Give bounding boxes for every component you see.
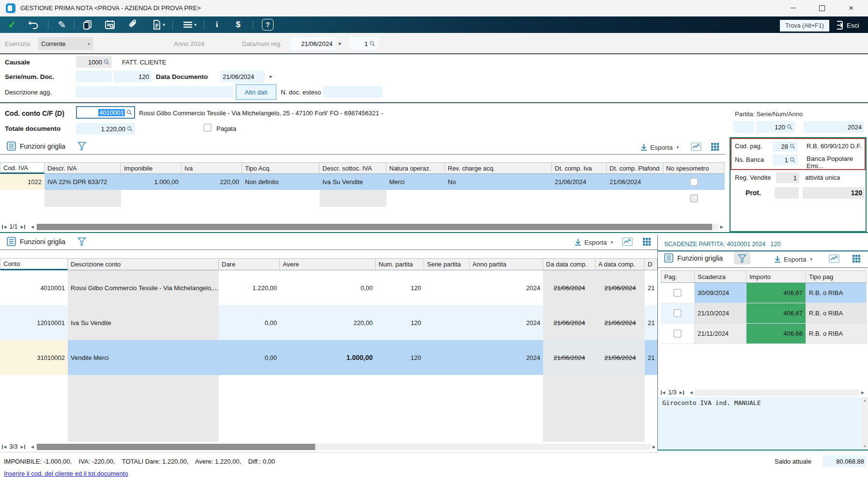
tipo-pag-cell[interactable]: R.B. o RIBA: [806, 303, 867, 324]
scadenza-cell[interactable]: 21/10/2024: [695, 303, 746, 324]
iva-descr-sottoc-cell[interactable]: Iva Su Vendite: [320, 174, 386, 190]
num-partita-cell[interactable]: 120: [376, 340, 424, 375]
conti-hscrollbar[interactable]: [36, 444, 651, 450]
magnifier-icon[interactable]: [126, 109, 132, 115]
scadenze-chart-button[interactable]: [829, 254, 839, 263]
descrizione-conto-cell[interactable]: Iva Su Vendite: [68, 305, 219, 340]
num-reg-input[interactable]: 1: [350, 37, 378, 50]
no-spesometro-checkbox[interactable]: [690, 178, 698, 186]
magnifier-icon[interactable]: [790, 157, 795, 163]
conti-col-header[interactable]: Anno partita: [470, 258, 543, 270]
serie-doc-input[interactable]: [76, 71, 112, 82]
conti-col-header[interactable]: Dare: [219, 258, 280, 270]
iva-col-header[interactable]: Descr. IVA: [45, 162, 121, 174]
da-data-comp-cell[interactable]: 21/06/2024: [543, 305, 595, 340]
pager-last-button[interactable]: ▶: [680, 390, 684, 395]
note-vscrollbar[interactable]: ▲ ▼: [862, 397, 868, 450]
iva-esporta-button[interactable]: Esporta ▾: [640, 143, 679, 151]
scadenze-hscrollbar[interactable]: [695, 390, 859, 396]
scroll-left-button[interactable]: ◀: [690, 390, 693, 395]
descrizione-conto-cell[interactable]: Rossi Gilbo Commercio Tessile - Via Mich…: [68, 270, 219, 305]
conti-col-header[interactable]: Descrizione conto: [68, 258, 219, 270]
pag-checkbox[interactable]: [673, 329, 682, 338]
magnifier-icon[interactable]: [787, 124, 792, 130]
magnifier-icon[interactable]: [790, 143, 795, 149]
iva-imponibile-cell[interactable]: 1.000,00: [121, 174, 182, 190]
iva-iva-cell[interactable]: 220,00: [182, 174, 242, 190]
scadenze-note-area[interactable]: Giroconto IVA ind. MANUALE: [658, 397, 862, 450]
data-reg-input[interactable]: 21/06/2024: [290, 37, 335, 50]
anno-partita-cell[interactable]: 2024: [470, 340, 543, 375]
data-documento-input[interactable]: 21/06/2024: [220, 71, 265, 82]
iva-col-header[interactable]: No spesometro: [663, 162, 725, 174]
scadenze-row-selected[interactable]: 30/09/2024 406,67 R.B. o RIBA: [661, 283, 867, 303]
pager-first-button[interactable]: ◀: [2, 225, 6, 229]
scroll-right-button[interactable]: ▶: [720, 225, 723, 229]
triangle-down-icon[interactable]: ▼: [863, 444, 867, 449]
iva-dt-comp-plafond-cell[interactable]: 21/06/2024: [607, 174, 663, 190]
avere-cell[interactable]: 220,00: [280, 305, 376, 340]
descrizione-agg-input[interactable]: [76, 86, 233, 98]
pag-checkbox[interactable]: [673, 289, 682, 297]
minimize-button[interactable]: [782, 0, 804, 16]
importo-cell[interactable]: 406,66: [746, 324, 806, 344]
iva-table-row[interactable]: 1022 IVA 22% DPR 633/72 1.000,00 220,00 …: [0, 174, 725, 190]
conti-grid-view-button[interactable]: [642, 237, 651, 246]
num-partita-cell[interactable]: 120: [376, 305, 424, 340]
iva-col-header[interactable]: Dt. comp. Plafond: [607, 162, 663, 174]
serie-partita-cell[interactable]: [424, 305, 470, 340]
dare-cell[interactable]: 0,00: [219, 340, 280, 375]
scadenze-filter-button[interactable]: [734, 252, 750, 265]
iva-descr-cell[interactable]: IVA 22% DPR 633/72: [45, 174, 121, 190]
pager-last-button[interactable]: ▶: [21, 225, 25, 229]
iva-col-header[interactable]: Cod. IVA: [0, 162, 45, 174]
ns-banca-input[interactable]: 1: [773, 155, 798, 165]
avere-cell[interactable]: 1.000,00: [280, 340, 376, 375]
a-data-comp-cell[interactable]: 21/06/2024: [595, 340, 645, 375]
no-spesometro-checkbox[interactable]: [690, 194, 698, 203]
attachment-button[interactable]: [126, 19, 140, 31]
truncated-cell[interactable]: 21: [645, 305, 657, 340]
importo-cell[interactable]: 406,67: [746, 303, 806, 324]
triangle-up-icon[interactable]: ▲: [863, 398, 867, 403]
prot-serie-input[interactable]: [775, 187, 799, 199]
conti-col-header[interactable]: Serie partita: [424, 258, 470, 270]
conti-table-row[interactable]: 4010001 Rossi Gilbo Commercio Tessile - …: [0, 270, 657, 305]
iva-filter-button[interactable]: [77, 141, 86, 151]
scadenze-esporta-button[interactable]: Esporta ▾: [774, 255, 812, 263]
tipo-pag-cell[interactable]: R.B. o RIBA: [806, 283, 867, 303]
conti-col-header[interactable]: Avere: [280, 258, 376, 270]
iva-col-header[interactable]: Dt. comp. Iva: [552, 162, 607, 174]
pager-last-button[interactable]: ▶: [21, 445, 25, 449]
scadenza-cell[interactable]: 21/11/2024: [695, 324, 746, 344]
partita-serie-input[interactable]: [733, 121, 754, 133]
scadenza-cell[interactable]: 30/09/2024: [695, 283, 746, 303]
importo-cell[interactable]: 406,67: [746, 283, 806, 303]
conti-funzioni-griglia-button[interactable]: Funzioni griglia: [7, 237, 65, 246]
partita-num-input[interactable]: 120: [756, 121, 795, 133]
n-doc-esteso-input[interactable]: [323, 86, 382, 98]
scroll-right-button[interactable]: ▶: [653, 445, 655, 449]
iva-rev-charge-cell[interactable]: No: [445, 174, 552, 190]
calendar-search-button[interactable]: [103, 19, 117, 31]
iva-col-header[interactable]: Rev. charge acq.: [445, 162, 552, 174]
conti-esporta-button[interactable]: Esporta ▾: [574, 238, 613, 246]
scroll-right-button[interactable]: ▶: [861, 390, 864, 395]
iva-col-header[interactable]: Natura operaz.: [386, 162, 445, 174]
dare-cell[interactable]: 1.220,00: [219, 270, 280, 305]
causale-input[interactable]: 1000: [76, 56, 112, 68]
dare-cell[interactable]: 0,00: [219, 305, 280, 340]
conti-table-row-selected[interactable]: 31010002 Vendite Merci 0,00 1.000,00 120…: [0, 340, 657, 375]
conti-col-header[interactable]: Num. partita: [376, 258, 424, 270]
conti-col-header[interactable]: Conto: [0, 258, 68, 270]
cod-conto-input[interactable]: 4010001: [76, 106, 135, 119]
conti-chart-button[interactable]: [622, 237, 633, 246]
scadenze-funzioni-griglia-button[interactable]: Funzioni griglia: [664, 253, 723, 263]
pager-first-button[interactable]: ◀: [2, 445, 6, 449]
da-data-comp-cell[interactable]: 21/06/2024: [543, 270, 595, 305]
iva-hscrollbar[interactable]: [36, 224, 718, 230]
close-button[interactable]: ×: [840, 0, 862, 16]
scroll-left-button[interactable]: ◀: [31, 225, 34, 229]
avere-cell[interactable]: 0,00: [280, 270, 376, 305]
scadenze-col-header[interactable]: Pag.: [661, 270, 695, 283]
